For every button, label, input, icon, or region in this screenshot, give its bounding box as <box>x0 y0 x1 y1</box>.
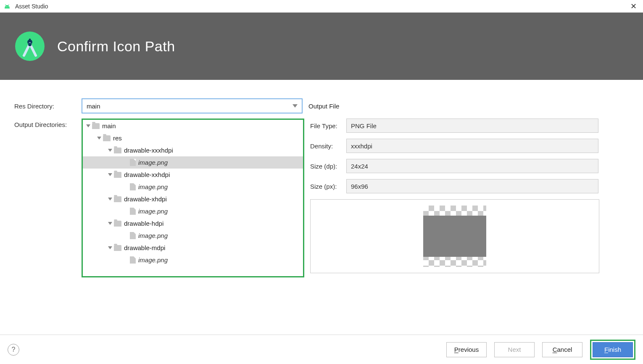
size-px-label: Size (px): <box>310 183 346 190</box>
file-icon <box>130 159 136 166</box>
file-type-label: File Type: <box>310 122 346 129</box>
folder-icon <box>114 221 121 227</box>
next-button: Next <box>494 342 535 357</box>
android-studio-icon <box>15 32 45 61</box>
expand-icon <box>108 246 112 249</box>
page-title: Confirm Icon Path <box>57 38 175 55</box>
density-value: xxxhdpi <box>346 139 598 153</box>
file-icon <box>130 256 136 264</box>
tree-row[interactable]: image.png <box>83 254 303 266</box>
output-directories-tree[interactable]: main res drawable-xxxhdpi image.png draw… <box>82 119 304 277</box>
folder-icon <box>103 135 111 141</box>
tree-label: image.png <box>138 232 168 239</box>
output-file-label: Output File <box>308 103 629 110</box>
file-icon <box>130 232 136 239</box>
tree-row[interactable]: drawable-xxxhdpi <box>83 144 303 156</box>
previous-button[interactable]: Previous <box>446 342 487 357</box>
folder-icon <box>114 245 121 251</box>
file-icon <box>130 208 136 215</box>
output-directories-label: Output Directories: <box>14 119 82 277</box>
tree-row[interactable]: image.png <box>83 181 303 193</box>
tree-label: image.png <box>138 208 168 215</box>
res-directory-label: Res Directory: <box>14 103 82 110</box>
help-button[interactable]: ? <box>8 344 19 356</box>
footer: ? Previous Next Cancel Finish <box>0 335 643 364</box>
android-icon <box>3 4 11 9</box>
tree-label: image.png <box>138 183 168 190</box>
chevron-down-icon <box>293 104 298 108</box>
title-bar: Asset Studio ✕ <box>0 0 643 13</box>
tree-row[interactable]: image.png <box>83 229 303 242</box>
svg-point-2 <box>6 6 7 7</box>
svg-line-0 <box>5 4 6 5</box>
expand-icon <box>108 173 112 176</box>
file-type-value: PNG File <box>346 119 598 133</box>
banner: Confirm Icon Path <box>0 13 643 80</box>
tree-label: drawable-xxhdpi <box>124 171 170 178</box>
expand-icon <box>86 124 90 127</box>
tree-label: main <box>102 122 116 129</box>
tree-row[interactable]: drawable-mdpi <box>83 242 303 254</box>
tree-row[interactable]: drawable-xxhdpi <box>83 169 303 181</box>
svg-rect-5 <box>29 39 31 41</box>
tree-row[interactable]: image.png <box>83 156 303 169</box>
close-button[interactable]: ✕ <box>627 2 640 11</box>
expand-icon <box>108 198 112 200</box>
tree-label: res <box>113 135 122 142</box>
tree-label: drawable-mdpi <box>124 244 165 251</box>
tree-label: drawable-xhdpi <box>124 195 167 203</box>
preview-box <box>310 199 599 273</box>
res-directory-select[interactable]: main <box>82 98 303 113</box>
folder-icon <box>114 196 121 202</box>
preview-image <box>423 206 486 267</box>
res-directory-value: main <box>87 103 293 110</box>
tree-row-main[interactable]: main <box>83 120 303 132</box>
finish-highlight: Finish <box>590 340 635 360</box>
svg-point-6 <box>28 43 32 46</box>
tree-row[interactable]: image.png <box>83 205 303 217</box>
content-area: Res Directory: main Output File Output D… <box>0 80 643 335</box>
cancel-button[interactable]: Cancel <box>542 342 582 357</box>
size-px-value: 96x96 <box>346 179 598 193</box>
tree-label: drawable-hdpi <box>124 220 163 227</box>
file-icon <box>130 183 136 190</box>
density-label: Density: <box>310 142 346 150</box>
expand-icon <box>97 137 101 140</box>
svg-line-1 <box>8 4 9 5</box>
finish-button[interactable]: Finish <box>593 342 633 357</box>
svg-point-3 <box>8 6 9 7</box>
tree-label: image.png <box>138 159 168 166</box>
size-dp-label: Size (dp): <box>310 163 346 170</box>
tree-label: drawable-xxxhdpi <box>124 147 173 154</box>
folder-icon <box>114 148 121 153</box>
folder-icon <box>92 123 100 129</box>
expand-icon <box>108 222 112 225</box>
tree-row[interactable]: drawable-xhdpi <box>83 193 303 205</box>
window-title: Asset Studio <box>15 3 627 10</box>
size-dp-value: 24x24 <box>346 159 598 173</box>
tree-label: image.png <box>138 256 168 264</box>
folder-icon <box>114 172 121 178</box>
expand-icon <box>108 149 112 152</box>
tree-row-res[interactable]: res <box>83 132 303 144</box>
tree-row[interactable]: drawable-hdpi <box>83 217 303 229</box>
output-file-panel: File Type: PNG File Density: xxxhdpi Siz… <box>310 119 629 277</box>
